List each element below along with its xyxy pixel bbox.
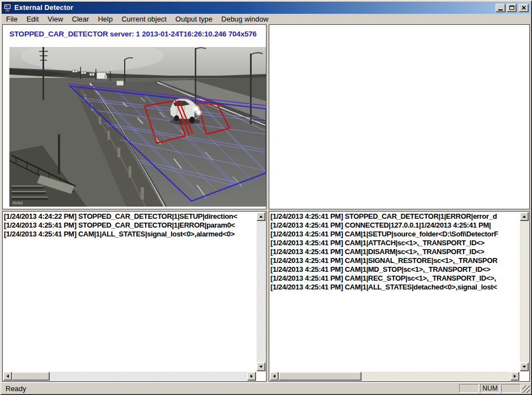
status-bar: Ready NUM: [2, 382, 530, 393]
hscroll-thumb[interactable]: [279, 372, 361, 381]
scroll-up-button[interactable]: [520, 212, 529, 221]
log-line: [1/24/2013 4:25:41 PM] CAM|1|MD_STOP|sc<…: [270, 265, 519, 274]
arrow-right-icon: [251, 375, 253, 378]
log-line: [1/24/2013 4:25:41 PM] CAM|1|ALL_STATES|…: [4, 230, 256, 239]
log-line: [1/24/2013 4:25:41 PM] STOPPED_CAR_DETEC…: [4, 221, 256, 230]
status-pane-scrl: [501, 384, 521, 393]
resize-grip[interactable]: [523, 386, 530, 393]
app-window: External Detector ✕ FileEditViewClearHel…: [0, 0, 532, 395]
menu-item-output-type[interactable]: Output type: [171, 14, 217, 24]
log-line: [1/24/2013 4:25:41 PM] CAM|1|SETUP|sourc…: [270, 230, 519, 239]
arrow-left-icon: [7, 375, 9, 378]
arrow-up-icon: [523, 215, 526, 218]
scroll-down-button[interactable]: [520, 362, 529, 371]
menu-item-view[interactable]: View: [43, 14, 67, 24]
left-log-lines: [1/24/2013 4:24:22 PM] STOPPED_CAR_DETEC…: [4, 212, 256, 371]
status-pane-cap: [459, 384, 479, 393]
title-bar[interactable]: External Detector ✕: [2, 2, 530, 14]
left-log-hscrollbar[interactable]: [3, 372, 256, 381]
right-log-lines: [1/24/2013 4:25:41 PM] STOPPED_CAR_DETEC…: [270, 212, 519, 371]
menu-item-help[interactable]: Help: [93, 14, 117, 24]
minimize-icon: [498, 9, 503, 10]
minimize-button[interactable]: [496, 4, 506, 12]
menu-item-clear[interactable]: Clear: [67, 14, 93, 24]
right-log-hscrollbar[interactable]: [270, 372, 519, 381]
scroll-down-button[interactable]: [257, 362, 265, 371]
arrow-up-icon: [259, 215, 263, 218]
status-message: Ready: [6, 385, 26, 393]
hscroll-thumb[interactable]: [12, 372, 50, 381]
video-panel: STOPPED_CAR_DETECTOR server: 1 2013-01-2…: [2, 24, 267, 209]
scroll-right-button[interactable]: [510, 372, 519, 381]
log-line: [1/24/2013 4:25:41 PM] CAM|1|ALL_STATES|…: [270, 283, 519, 292]
log-line: [1/24/2013 4:25:41 PM] STOPPED_CAR_DETEC…: [270, 212, 519, 221]
app-monitor-icon: [3, 3, 12, 12]
log-line: [1/24/2013 4:25:41 PM] CONNECTED|127.0.0…: [270, 221, 519, 230]
scroll-left-button[interactable]: [270, 372, 279, 381]
maximize-icon: [509, 6, 514, 10]
maximize-button[interactable]: [507, 4, 517, 12]
right-log-panel: [1/24/2013 4:25:41 PM] STOPPED_CAR_DETEC…: [269, 211, 530, 382]
close-icon: ✕: [521, 5, 526, 11]
menu-item-debug-window[interactable]: Debug window: [217, 14, 273, 24]
scroll-left-button[interactable]: [3, 372, 12, 381]
left-log-panel: [1/24/2013 4:24:22 PM] STOPPED_CAR_DETEC…: [2, 211, 267, 382]
menu-item-file[interactable]: File: [2, 14, 22, 24]
log-line: [1/24/2013 4:25:41 PM] CAM|1|DISARM|sc<1…: [270, 247, 519, 256]
log-line: [1/24/2013 4:25:41 PM] CAM|1|REC_STOP|sc…: [270, 274, 519, 283]
menu-bar: FileEditViewClearHelpCurrent objectOutpu…: [2, 14, 530, 24]
scroll-up-button[interactable]: [257, 212, 265, 221]
arrow-left-icon: [273, 375, 275, 378]
scroll-right-button[interactable]: [247, 372, 256, 381]
arrow-right-icon: [514, 375, 516, 378]
right-log-vscrollbar[interactable]: [520, 212, 529, 371]
detector-header-text: STOPPED_CAR_DETECTOR server: 1 2013-01-2…: [9, 30, 265, 38]
log-line: [1/24/2013 4:24:22 PM] STOPPED_CAR_DETEC…: [4, 212, 256, 221]
status-pane-num: NUM: [480, 384, 500, 393]
output-panel-empty: [269, 24, 530, 209]
log-line: [1/24/2013 4:25:41 PM] CAM|1|SIGNAL_REST…: [270, 256, 519, 265]
arrow-down-icon: [259, 366, 263, 368]
left-log-vscrollbar[interactable]: [257, 212, 265, 371]
video-frame: RH53: [9, 47, 266, 207]
window-title: External Detector: [14, 4, 496, 12]
menu-item-edit[interactable]: Edit: [22, 14, 43, 24]
video-watermark: RH53: [13, 201, 23, 205]
close-button[interactable]: ✕: [519, 4, 529, 12]
log-line: [1/24/2013 4:25:41 PM] CAM|1|ATTACH|sc<1…: [270, 239, 519, 247]
arrow-down-icon: [523, 366, 526, 368]
menu-item-current-object[interactable]: Current object: [117, 14, 171, 24]
